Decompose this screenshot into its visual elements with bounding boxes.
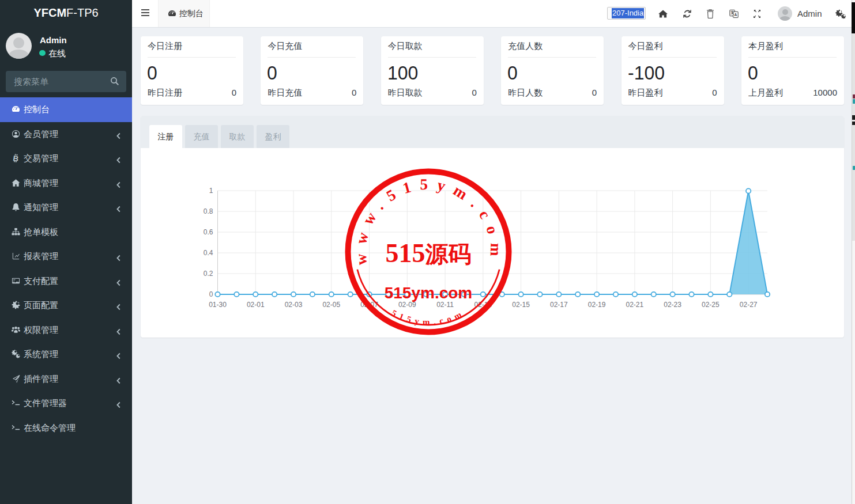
svg-text:02-01: 02-01: [247, 301, 265, 309]
svg-text:02-17: 02-17: [550, 301, 568, 309]
svg-text:1: 1: [209, 187, 213, 195]
svg-text:0: 0: [209, 290, 213, 298]
svg-text:02-27: 02-27: [740, 301, 758, 309]
svg-text:02-25: 02-25: [702, 301, 720, 309]
svg-text:02-23: 02-23: [664, 301, 681, 309]
svg-text:0.4: 0.4: [204, 249, 213, 257]
svg-text:0.8: 0.8: [204, 207, 213, 215]
svg-text:0.6: 0.6: [204, 228, 213, 236]
svg-text:0.2: 0.2: [204, 270, 213, 278]
svg-text:01-30: 01-30: [209, 301, 227, 309]
svg-text:515ym.com: 515ym.com: [390, 308, 467, 327]
svg-text:文: 文: [730, 10, 735, 14]
svg-text:02-03: 02-03: [285, 301, 303, 309]
svg-text:02-21: 02-21: [626, 301, 644, 309]
svg-text:02-19: 02-19: [588, 301, 606, 309]
svg-text:515源码: 515源码: [386, 238, 472, 268]
svg-text:02-05: 02-05: [322, 301, 340, 309]
svg-text:A: A: [735, 12, 737, 16]
svg-text:515ym.com: 515ym.com: [385, 284, 473, 302]
